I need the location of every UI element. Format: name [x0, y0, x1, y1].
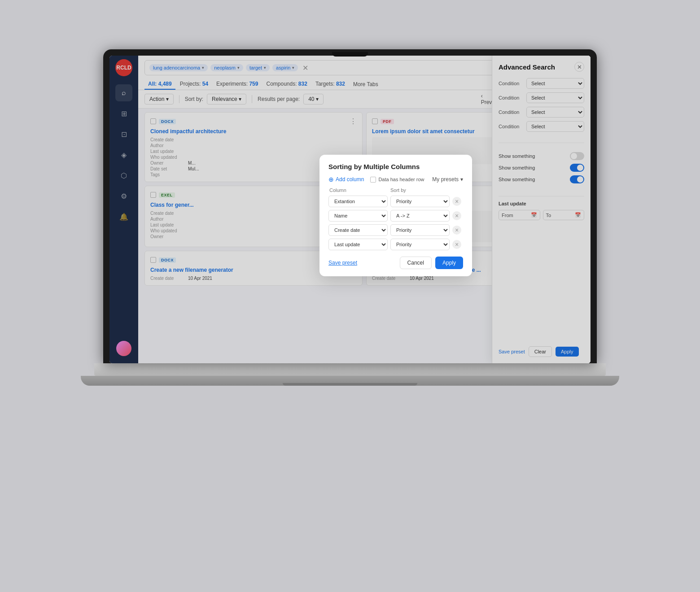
remove-row-2-button[interactable]: ×	[452, 226, 461, 235]
modal-title: Sorting by Multiple Columns	[328, 163, 463, 170]
modal-top-row: ⊕ Add column Data has header row My pres…	[328, 176, 463, 183]
laptop-container: RCLD ⌕ ⊞ ⊡ ◈ ⬡ ⚙	[81, 49, 619, 543]
modal-actions: Cancel Apply	[400, 257, 463, 269]
sort-row-1: Name A -> Z ×	[328, 210, 463, 222]
header-row-label: Data has header row	[378, 177, 424, 182]
sort-row-0: Extantion Priority ×	[328, 196, 463, 207]
save-preset-link[interactable]: Save preset	[328, 260, 357, 266]
sorting-modal: Sorting by Multiple Columns ⊕ Add column…	[319, 155, 472, 276]
sort-select-0[interactable]: Priority	[390, 196, 450, 207]
sort-header-label: Sort by	[390, 187, 449, 193]
laptop-screen-outer: RCLD ⌕ ⊞ ⊡ ◈ ⬡ ⚙	[103, 49, 597, 363]
column-select-0[interactable]: Extantion	[328, 196, 388, 207]
sort-row-3: Last update Priority ×	[328, 239, 463, 250]
laptop-bottom	[81, 376, 619, 386]
sort-row-2: Create date Priority ×	[328, 224, 463, 236]
sort-select-3[interactable]: Priority	[390, 239, 450, 250]
cancel-button[interactable]: Cancel	[400, 257, 432, 269]
remove-row-3-button[interactable]: ×	[452, 240, 461, 249]
apply-button[interactable]: Apply	[435, 257, 463, 269]
remove-row-0-button[interactable]: ×	[452, 197, 461, 206]
laptop-base	[94, 363, 606, 376]
presets-label: My presets	[432, 176, 459, 183]
sort-select-1[interactable]: A -> Z	[390, 210, 450, 222]
my-presets-button[interactable]: My presets ▾	[432, 176, 463, 183]
column-select-1[interactable]: Name	[328, 210, 388, 222]
column-select-2[interactable]: Create date	[328, 224, 388, 236]
add-column-label: Add column	[336, 176, 364, 183]
modal-col-headers: Column Sort by	[328, 187, 463, 193]
app-screen: RCLD ⌕ ⊞ ⊡ ◈ ⬡ ⚙	[109, 56, 591, 363]
header-row-checkbox[interactable]	[370, 177, 376, 183]
remove-row-1-button[interactable]: ×	[452, 211, 461, 220]
modal-footer: Save preset Cancel Apply	[328, 257, 463, 269]
plus-icon: ⊕	[328, 176, 334, 183]
column-header-label: Column	[329, 187, 388, 193]
column-select-3[interactable]: Last update	[328, 239, 388, 250]
has-header-row: Data has header row	[370, 177, 424, 183]
presets-chevron: ▾	[460, 176, 463, 183]
sort-select-2[interactable]: Priority	[390, 224, 450, 236]
add-column-button[interactable]: ⊕ Add column	[328, 176, 364, 183]
